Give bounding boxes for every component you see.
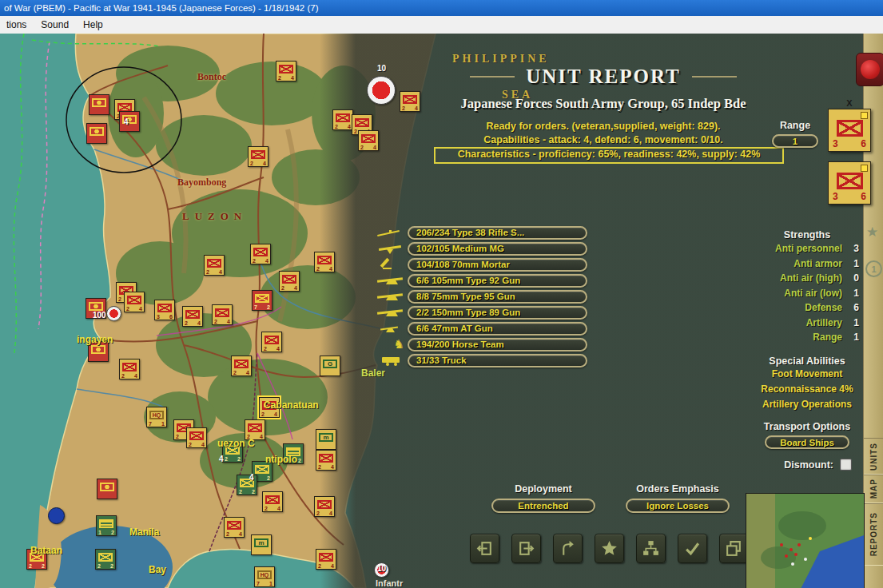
range-label: Range	[772, 120, 818, 131]
menu-item-help[interactable]: Help	[77, 18, 109, 32]
menu-item-tions[interactable]: tions	[0, 18, 33, 32]
attack-value: 3	[833, 138, 838, 149]
strength-label: Artillery	[806, 317, 842, 328]
infantry-symbol-icon	[837, 173, 863, 189]
equipment-button[interactable]: 104/108 70mm Mortar	[408, 258, 587, 272]
strength-value: 6	[849, 302, 859, 313]
detach-right-button[interactable]	[511, 534, 541, 563]
strength-value: 1	[849, 258, 859, 269]
window-title: of War (PBEM) - Pacific at War 1941-1945…	[4, 3, 319, 13]
detach-right-icon	[517, 539, 535, 558]
tab-map[interactable]: MAP	[864, 475, 883, 503]
menu-item-sound[interactable]: Sound	[34, 18, 75, 32]
deployment-button[interactable]: Entrenched	[491, 499, 595, 513]
report-title: UNIT REPORT	[526, 66, 681, 88]
equipment-list: 206/234 Type 38 Rifle S...102/105 Medium…	[353, 224, 587, 368]
unit-size-marker: X	[829, 98, 870, 108]
strength-row: Defense6	[755, 302, 859, 317]
strength-row: Anti armor1	[755, 258, 859, 273]
characteristics-line: Characteristics - proficiency: 65%, read…	[436, 149, 782, 160]
selected-unit-counter[interactable]: 36	[828, 161, 871, 205]
gun-icon	[353, 306, 404, 320]
strengths-section: Strengths Anti personnel3Anti armor1Anti…	[755, 229, 859, 347]
equipment-row: 6/6 47mm AT Gun	[353, 320, 587, 336]
equipment-row: ♞194/200 Horse Team	[353, 336, 587, 352]
equipment-button[interactable]: 6/6 105mm Type 92 Gun	[408, 274, 587, 288]
equipment-button[interactable]: 2/2 150mm Type 89 Gun	[408, 306, 587, 320]
dismount-label: Dismount:	[784, 459, 833, 471]
header-rule-left	[470, 76, 515, 77]
equipment-button[interactable]: 206/234 Type 38 Rifle S...	[408, 226, 587, 240]
board-ships-button[interactable]: Board Ships	[765, 435, 849, 449]
strength-row: Range1	[755, 332, 859, 347]
app-window: of War (PBEM) - Pacific at War 1941-1945…	[0, 0, 883, 588]
equipment-row: 104/108 70mm Mortar	[353, 256, 587, 272]
orders-emphasis-button[interactable]: Ignore Losses	[626, 499, 730, 513]
star-button[interactable]	[595, 534, 624, 563]
clone-button[interactable]	[719, 534, 749, 563]
tab-label: MAP	[869, 479, 878, 499]
selected-unit-counter[interactable]: X36	[828, 109, 871, 152]
menu-bar: tionsSoundHelp	[0, 16, 883, 34]
strength-value: 3	[849, 243, 859, 254]
bend-arrow-icon	[559, 539, 577, 558]
atgun-icon	[353, 322, 404, 336]
strength-value: 1	[849, 332, 859, 343]
deployment-title: Deployment	[491, 483, 595, 495]
strengths-title: Strengths	[755, 229, 859, 240]
equipment-row: 102/105 Medium MG	[353, 240, 587, 256]
report-header: UNIT REPORT	[344, 66, 863, 88]
accept-icon	[683, 539, 702, 558]
mini-map-terrain	[746, 494, 864, 588]
mg-icon	[353, 242, 404, 256]
equipment-row: 31/33 Truck	[353, 352, 587, 368]
tab-units[interactable]: UNITS	[864, 438, 883, 475]
special-abilities-title: Special Abilities	[742, 356, 873, 367]
equipment-button[interactable]: 102/105 Medium MG	[408, 242, 587, 256]
equipment-button[interactable]: 194/200 Horse Team	[408, 338, 587, 352]
unit-toolbar	[470, 534, 749, 563]
equipment-button[interactable]: 8/8 75mm Type 95 Gun	[408, 290, 587, 304]
special-abilities-section: Special Abilities Foot MovementReconnais…	[742, 356, 873, 412]
star-icon[interactable]: ★	[866, 224, 878, 240]
strength-label: Anti air (high)	[780, 272, 842, 284]
equipment-row: 6/6 105mm Type 92 Gun	[353, 272, 587, 288]
detach-left-icon	[475, 539, 494, 558]
attack-value: 3	[833, 191, 838, 202]
tab-reports[interactable]: REPORTS	[864, 503, 883, 566]
accept-button[interactable]	[678, 534, 707, 563]
infantry-symbol-icon	[837, 120, 863, 137]
equipment-button[interactable]: 31/33 Truck	[408, 354, 587, 368]
strength-label: Anti armor	[794, 258, 842, 269]
strength-label: Anti air (low)	[784, 288, 842, 299]
strength-value: 1	[849, 317, 859, 328]
org-chart-button[interactable]	[636, 534, 666, 563]
truck-icon	[353, 354, 404, 368]
mini-map[interactable]	[746, 493, 865, 588]
equipment-button[interactable]: 6/6 47mm AT Gun	[408, 322, 587, 336]
ability-item: Foot Movement	[742, 367, 873, 382]
window-titlebar[interactable]: of War (PBEM) - Pacific at War 1941-1945…	[0, 0, 883, 16]
strength-row: Anti personnel3	[755, 243, 859, 258]
detach-left-button[interactable]	[470, 534, 499, 563]
tab-label: REPORTS	[869, 512, 878, 556]
status-pip	[861, 165, 868, 172]
ability-item: Artillery Operations	[742, 397, 873, 412]
equipment-row: 8/8 75mm Type 95 Gun	[353, 288, 587, 304]
dismount-checkbox[interactable]	[840, 459, 852, 471]
bend-arrow-button[interactable]	[553, 534, 583, 563]
strength-label: Range	[813, 332, 842, 343]
strength-value: 0	[849, 272, 859, 284]
counter-badge[interactable]: 1	[865, 260, 882, 277]
range-button[interactable]: 1	[772, 134, 818, 148]
rifle-icon	[353, 226, 404, 240]
ability-item: Reconnaissance 4%	[742, 382, 873, 397]
mortar-icon	[353, 258, 404, 272]
gun-icon	[353, 290, 404, 304]
strength-row: Anti air (low)1	[755, 288, 859, 303]
strength-row: Anti air (high)0	[755, 272, 859, 288]
red-round-button[interactable]	[856, 53, 883, 86]
equipment-row: 2/2 150mm Type 89 Gun	[353, 304, 587, 320]
characteristics-highlight-box: Characteristics - proficiency: 65%, read…	[434, 147, 784, 164]
gun-icon	[353, 274, 404, 288]
